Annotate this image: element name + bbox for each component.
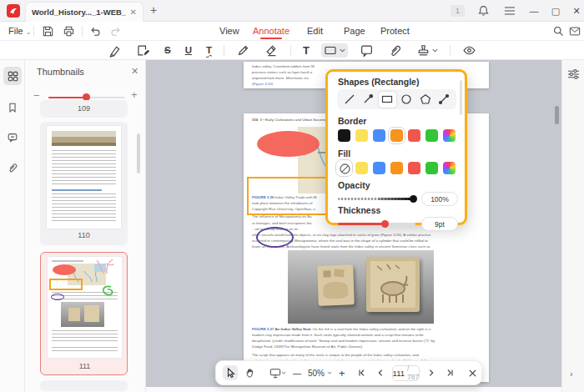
select-cursor-icon[interactable]: [223, 365, 238, 380]
next-page-edge: [146, 387, 561, 392]
thumb-zoom-out-button[interactable]: −: [33, 89, 40, 102]
border-color-swatch-#35c437[interactable]: [425, 129, 438, 142]
thumbnail-card-next[interactable]: [40, 380, 128, 391]
zoom-in-icon[interactable]: +: [339, 367, 345, 379]
doc-text-line: precious stones such as lapis lazuli a: [252, 70, 312, 74]
print-icon[interactable]: [63, 25, 75, 38]
thumbnail-text-lines: [52, 150, 116, 187]
document-tab[interactable]: World_History..._1-WEB_Copy * ✕: [25, 2, 143, 22]
search-icon[interactable]: [552, 25, 565, 38]
opacity-value[interactable]: 100%: [421, 192, 458, 206]
pencil-icon[interactable]: [234, 43, 253, 58]
thumbnail-card-111[interactable]: 111: [40, 252, 128, 375]
thumb-seal-right: [84, 305, 99, 322]
thumb-pink-scribble: [94, 259, 116, 277]
caption-bold: An Indus Valley Seal.: [274, 327, 311, 331]
thumb-zoom-in-button[interactable]: +: [131, 88, 138, 101]
thumbnails-close-icon[interactable]: ✕: [131, 66, 138, 77]
caption-text: modern clay impression made from it. Suc…: [252, 333, 424, 337]
underline-icon[interactable]: U: [183, 44, 194, 56]
close-toolbar-icon[interactable]: [466, 367, 479, 379]
shapes-icon[interactable]: [321, 43, 348, 58]
shapes-panel-title: Shapes (Rectangle): [338, 77, 419, 87]
thickness-slider-knob[interactable]: [381, 220, 389, 228]
hamburger-menu-icon[interactable]: [504, 7, 516, 15]
new-tab-button[interactable]: +: [150, 3, 157, 17]
tab-close-icon[interactable]: ✕: [130, 8, 137, 17]
shape-ellipse-tool[interactable]: [397, 92, 415, 108]
hide-annotations-icon[interactable]: [460, 43, 479, 58]
save-icon[interactable]: [42, 25, 54, 38]
fill-color-swatch-rainbow[interactable]: [443, 162, 456, 174]
eraser-icon[interactable]: [262, 43, 281, 58]
border-color-swatch-#f0564e[interactable]: [408, 129, 420, 142]
thumbnail-card-110[interactable]: 110: [40, 122, 128, 245]
bookmark-icon[interactable]: [3, 98, 22, 117]
stamp-icon[interactable]: [414, 43, 441, 58]
close-window-button[interactable]: ✕: [570, 4, 583, 18]
document-scrollbar[interactable]: [555, 106, 559, 124]
border-color-swatch-#fbe158[interactable]: [355, 129, 368, 142]
next-page-icon[interactable]: [425, 366, 438, 379]
shape-line-tool[interactable]: [340, 92, 358, 108]
note-icon[interactable]: [357, 43, 376, 58]
highlighter-icon[interactable]: [105, 43, 124, 58]
thickness-value[interactable]: 9pt: [421, 217, 458, 231]
prev-page-icon[interactable]: [374, 366, 387, 379]
shape-polyline-tool[interactable]: [435, 92, 453, 108]
menu-tab-page[interactable]: Page: [344, 26, 365, 36]
properties-sliders-icon[interactable]: [567, 68, 580, 80]
first-page-icon[interactable]: [355, 366, 369, 379]
border-color-swatch-#141414[interactable]: [338, 129, 350, 142]
text-comment-icon[interactable]: T: [300, 43, 312, 58]
fill-color-swatch-#f7941d[interactable]: [390, 162, 403, 174]
thumb-heading-line: [52, 260, 83, 262]
purple-ellipse-annotation[interactable]: [256, 227, 294, 248]
presentation-icon[interactable]: [268, 366, 288, 380]
zoom-level-dropdown[interactable]: 50%: [306, 367, 334, 379]
bell-icon[interactable]: [477, 4, 490, 17]
redo-icon[interactable]: [109, 25, 122, 38]
mail-icon[interactable]: [569, 26, 581, 37]
page-number-input[interactable]: 111 / 787: [392, 365, 420, 381]
fill-color-swatch-#4b8df8[interactable]: [373, 162, 385, 174]
shape-arrow-tool[interactable]: [360, 92, 377, 108]
border-color-swatch-rainbow[interactable]: [443, 129, 456, 142]
file-menu[interactable]: File ⌄: [8, 26, 32, 36]
border-color-swatch-#4b8df8[interactable]: [373, 129, 385, 142]
shape-polygon-tool[interactable]: [416, 92, 434, 108]
squiggly-icon[interactable]: T: [204, 44, 214, 56]
expand-chevron-icon[interactable]: ›: [570, 369, 573, 379]
hand-icon[interactable]: [243, 365, 258, 380]
thumbnails-icon[interactable]: [3, 67, 22, 85]
attachment-icon[interactable]: [3, 158, 22, 177]
doc-link[interactable]: (Figure 3.26): [252, 82, 273, 86]
area-highlight-icon[interactable]: [133, 43, 153, 58]
undo-icon[interactable]: [89, 25, 102, 38]
fill-color-swatch-#fbe158[interactable]: [355, 162, 368, 174]
opacity-slider-knob[interactable]: [410, 195, 417, 203]
thumbnails-scrollbar[interactable]: [137, 133, 140, 173]
divider: [224, 45, 224, 56]
menu-tab-view[interactable]: View: [219, 26, 239, 36]
fill-color-swatch-none[interactable]: [338, 162, 350, 174]
red-ellipse-annotation[interactable]: [257, 131, 320, 157]
shape-rectangle-tool[interactable]: [379, 92, 396, 108]
menu-tab-edit[interactable]: Edit: [307, 26, 323, 36]
document-tab-title: World_History..._1-WEB_Copy *: [32, 8, 126, 17]
comment-icon[interactable]: [3, 128, 22, 147]
maximize-button[interactable]: ▢: [549, 4, 562, 18]
menu-tab-protect[interactable]: Protect: [380, 26, 410, 36]
menu-tab-annotate[interactable]: Annotate: [253, 26, 289, 36]
panel-scrollbar[interactable]: [460, 80, 462, 115]
minimize-button[interactable]: —: [527, 4, 541, 18]
strikethrough-icon[interactable]: S: [162, 44, 174, 56]
border-color-swatch-#f7941d[interactable]: [390, 129, 403, 142]
zoom-out-icon[interactable]: —: [293, 369, 301, 378]
last-page-icon[interactable]: [443, 366, 456, 379]
attachment-icon[interactable]: [385, 43, 405, 58]
fill-color-swatch-#f0564e[interactable]: [408, 162, 420, 174]
fill-color-swatch-#35c437[interactable]: [425, 162, 438, 174]
viewer-bottom-toolbar: — 50% + 111 / 787: [215, 360, 482, 385]
thumbnail-card-109[interactable]: 109: [40, 100, 128, 118]
